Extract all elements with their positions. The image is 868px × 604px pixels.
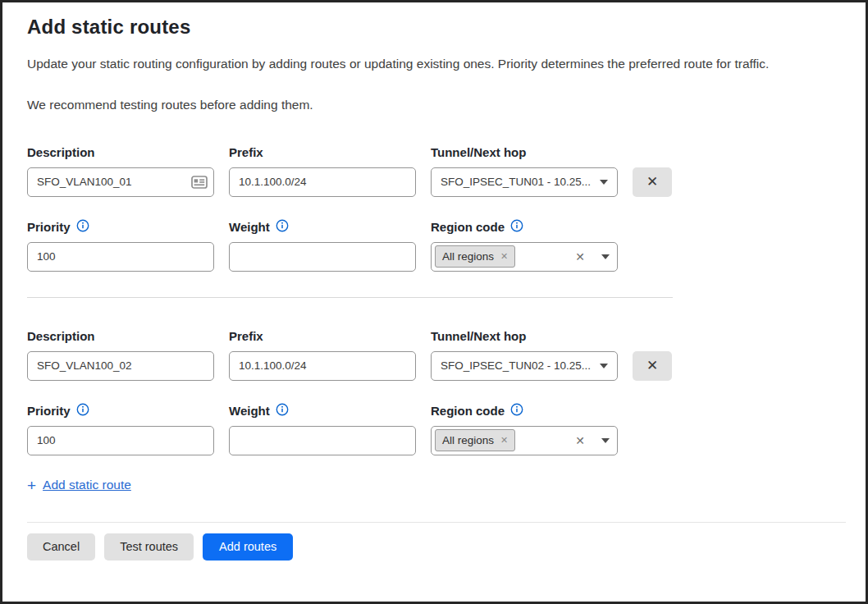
- tunnel-label: Tunnel/Next hop: [431, 144, 618, 161]
- description-input[interactable]: [27, 167, 214, 197]
- weight-input[interactable]: [229, 242, 416, 272]
- region-chip-label: All regions: [442, 434, 494, 446]
- priority-label: Priority: [27, 403, 214, 419]
- description-label: Description: [27, 328, 214, 345]
- chevron-down-icon: [600, 364, 608, 368]
- prefix-label: Prefix: [229, 144, 416, 161]
- weight-label: Weight: [229, 403, 416, 419]
- cancel-button[interactable]: Cancel: [27, 533, 95, 561]
- footer-divider: [27, 522, 846, 523]
- add-static-route-link[interactable]: Add static route: [43, 478, 131, 492]
- region-multiselect[interactable]: All regions ✕ ✕: [431, 426, 618, 455]
- info-icon[interactable]: [76, 403, 89, 419]
- clear-selection-icon[interactable]: ✕: [575, 435, 585, 446]
- tunnel-selected-value: SFO_IPSEC_TUN02 - 10.25...: [441, 359, 593, 372]
- description-label: Description: [27, 144, 214, 161]
- page-title: Add static routes: [27, 16, 841, 39]
- prefix-input[interactable]: [229, 351, 416, 381]
- info-icon[interactable]: [76, 219, 89, 235]
- add-static-route-row: + Add static route: [27, 478, 841, 493]
- chevron-down-icon: [601, 254, 610, 259]
- footer-actions: Cancel Test routes Add routes: [27, 533, 841, 561]
- priority-input[interactable]: [27, 426, 214, 455]
- region-chip: All regions ✕: [435, 245, 515, 268]
- info-icon[interactable]: [510, 403, 523, 419]
- prefix-input[interactable]: [229, 167, 416, 197]
- route-block-1: Description: [27, 144, 841, 272]
- plus-icon: +: [27, 478, 36, 493]
- tunnel-select[interactable]: SFO_IPSEC_TUN02 - 10.25...: [431, 351, 618, 381]
- clear-selection-icon[interactable]: ✕: [575, 251, 585, 263]
- chip-remove-icon[interactable]: ✕: [500, 436, 508, 445]
- priority-input[interactable]: [27, 242, 214, 272]
- weight-input[interactable]: [229, 426, 416, 455]
- recommendation-text: We recommend testing routes before addin…: [27, 97, 841, 114]
- tunnel-selected-value: SFO_IPSEC_TUN01 - 10.25...: [441, 176, 593, 188]
- test-routes-button[interactable]: Test routes: [104, 533, 194, 561]
- info-icon[interactable]: [276, 403, 289, 419]
- info-icon[interactable]: [510, 219, 523, 235]
- priority-label: Priority: [27, 219, 214, 236]
- weight-label: Weight: [229, 219, 416, 236]
- region-chip-label: All regions: [442, 250, 494, 263]
- chip-remove-icon[interactable]: ✕: [500, 252, 508, 261]
- tunnel-label: Tunnel/Next hop: [431, 328, 618, 345]
- tunnel-select[interactable]: SFO_IPSEC_TUN01 - 10.25...: [431, 167, 618, 197]
- route-divider: [27, 297, 673, 298]
- route-block-2: Description Prefix Tunnel/Next hop: [27, 328, 841, 455]
- remove-route-button[interactable]: ✕: [633, 167, 672, 197]
- region-code-label: Region code: [431, 219, 618, 236]
- add-static-routes-dialog: Add static routes Update your static rou…: [0, 0, 868, 604]
- region-code-label: Region code: [431, 403, 618, 419]
- add-routes-button[interactable]: Add routes: [203, 533, 293, 561]
- info-icon[interactable]: [276, 219, 289, 235]
- intro-text: Update your static routing configuration…: [27, 56, 841, 73]
- region-multiselect[interactable]: All regions ✕ ✕: [431, 242, 618, 272]
- remove-route-button[interactable]: ✕: [633, 351, 672, 381]
- region-chip: All regions ✕: [435, 429, 515, 451]
- prefix-label: Prefix: [229, 328, 416, 345]
- chevron-down-icon: [601, 438, 610, 443]
- description-input[interactable]: [27, 351, 214, 381]
- chevron-down-icon: [600, 180, 608, 185]
